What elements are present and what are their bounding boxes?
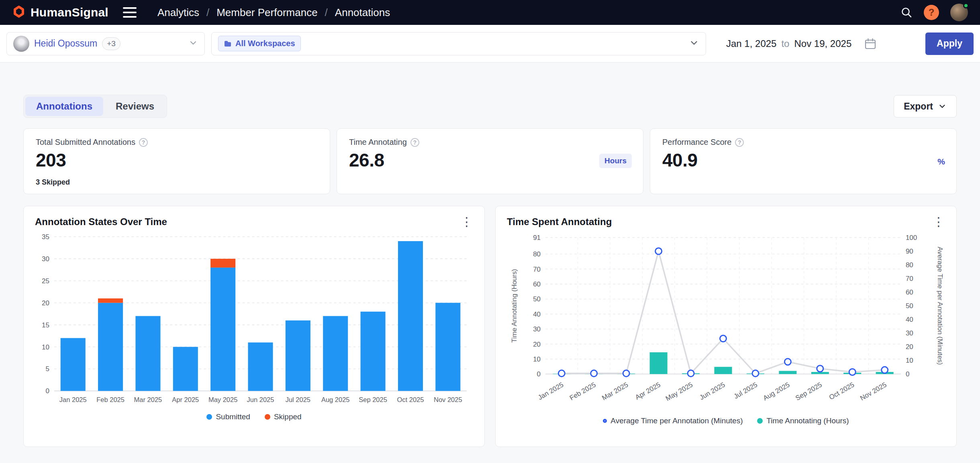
member-name: Heidi Opossum <box>34 38 97 49</box>
breadcrumb-separator: / <box>206 6 209 19</box>
legend-label: Time Annotating (Hours) <box>766 416 849 425</box>
svg-text:Oct 2025: Oct 2025 <box>397 396 424 403</box>
brand[interactable]: HumanSignal <box>12 5 108 20</box>
chart-card-time-spent: Time Spent Annotating ⋮ 0102030405060708… <box>495 206 957 447</box>
breadcrumb-analytics[interactable]: Analytics <box>157 6 199 19</box>
svg-text:Sep 2025: Sep 2025 <box>359 396 387 403</box>
legend-item[interactable]: Average Time per Annotation (Minutes) <box>603 416 743 425</box>
stat-title: Total Submitted Annotations <box>36 138 135 147</box>
chevron-down-icon <box>938 102 947 111</box>
tab-group: Annotations Reviews <box>23 95 167 118</box>
svg-text:100: 100 <box>906 234 917 242</box>
breadcrumb-member-performance[interactable]: Member Performance <box>216 6 317 19</box>
svg-text:Mar 2025: Mar 2025 <box>600 381 629 402</box>
tabs-row: Annotations Reviews Export <box>23 95 957 118</box>
svg-text:70: 70 <box>906 275 913 282</box>
workspace-select[interactable]: All Workspaces <box>211 32 706 55</box>
breadcrumb-separator: / <box>325 6 328 19</box>
svg-text:Feb 2025: Feb 2025 <box>96 396 125 403</box>
chart-legend: Average Time per Annotation (Minutes)Tim… <box>507 416 945 425</box>
apply-button[interactable]: Apply <box>925 32 974 55</box>
charts-row: Annotation States Over Time ⋮ 0510152025… <box>23 206 957 447</box>
svg-text:5: 5 <box>46 365 49 373</box>
user-avatar[interactable] <box>950 4 968 21</box>
topbar-actions: ? <box>900 4 968 21</box>
search-icon[interactable] <box>900 6 913 18</box>
page-content: Annotations Reviews Export Total Submitt… <box>0 95 980 447</box>
svg-text:60: 60 <box>533 280 541 288</box>
svg-text:20: 20 <box>533 341 541 348</box>
svg-text:Time Annotating (Hours): Time Annotating (Hours) <box>510 269 518 343</box>
workspace-chip-label: All Workspaces <box>235 39 295 48</box>
svg-text:Jan 2025: Jan 2025 <box>537 381 565 401</box>
svg-text:20: 20 <box>42 299 49 307</box>
legend-label: Average Time per Annotation (Minutes) <box>610 416 743 425</box>
svg-text:20: 20 <box>906 343 913 351</box>
svg-text:Mar 2025: Mar 2025 <box>134 396 162 403</box>
svg-text:35: 35 <box>42 233 49 241</box>
info-icon[interactable]: ? <box>410 138 419 147</box>
stat-value: 203 <box>36 149 318 171</box>
svg-text:Jun 2025: Jun 2025 <box>698 381 726 401</box>
top-navigation-bar: HumanSignal Analytics / Member Performan… <box>0 0 980 25</box>
svg-text:Nov 2025: Nov 2025 <box>859 381 888 402</box>
folder-icon <box>224 40 232 48</box>
svg-text:0: 0 <box>537 370 541 378</box>
svg-text:15: 15 <box>42 321 49 329</box>
export-button[interactable]: Export <box>894 95 957 118</box>
svg-text:40: 40 <box>906 316 913 323</box>
svg-text:Aug 2025: Aug 2025 <box>321 396 350 403</box>
legend-label: Submitted <box>216 412 250 421</box>
svg-text:May 2025: May 2025 <box>208 396 237 403</box>
help-icon[interactable]: ? <box>924 5 939 20</box>
legend-item[interactable]: Time Annotating (Hours) <box>757 416 849 425</box>
svg-text:80: 80 <box>906 261 913 269</box>
legend-dot-icon <box>757 418 763 424</box>
svg-text:Aug 2025: Aug 2025 <box>762 381 791 402</box>
tab-reviews[interactable]: Reviews <box>105 97 165 116</box>
info-icon[interactable]: ? <box>735 138 744 147</box>
menu-icon[interactable] <box>123 7 137 18</box>
svg-text:0: 0 <box>906 370 909 378</box>
tab-annotations[interactable]: Annotations <box>25 97 103 116</box>
svg-text:Average Time per Annotation (M: Average Time per Annotation (Minutes) <box>936 247 944 365</box>
time-spent-chart: 0102030405060708091010203040506070809010… <box>507 232 945 411</box>
stat-skipped-count: 3 Skipped <box>36 178 70 187</box>
chevron-down-icon <box>689 38 699 50</box>
svg-text:50: 50 <box>533 295 541 303</box>
svg-text:80: 80 <box>533 250 541 258</box>
stat-value: 26.8 <box>349 149 631 171</box>
kebab-menu-icon[interactable]: ⋮ <box>932 216 945 228</box>
svg-text:10: 10 <box>42 343 49 351</box>
svg-text:30: 30 <box>42 255 49 263</box>
unit-badge-hours: Hours <box>599 154 632 168</box>
svg-text:10: 10 <box>906 357 913 364</box>
stat-card-total-submitted: Total Submitted Annotations ? 203 3 Skip… <box>23 128 330 194</box>
member-avatar <box>13 36 29 52</box>
workspace-chip[interactable]: All Workspaces <box>218 36 301 51</box>
annotation-states-chart: 05101520253035Jan 2025Feb 2025Mar 2025Ap… <box>35 232 473 407</box>
stats-row: Total Submitted Annotations ? 203 3 Skip… <box>23 128 957 194</box>
date-range-picker[interactable]: Jan 1, 2025 to Nov 19, 2025 <box>726 37 877 51</box>
member-select[interactable]: Heidi Opossum +3 <box>6 32 205 55</box>
chevron-down-icon <box>188 38 198 49</box>
date-from: Jan 1, 2025 <box>726 38 776 49</box>
stat-title: Time Annotating <box>349 138 407 147</box>
info-icon[interactable]: ? <box>139 138 148 147</box>
svg-text:Jun 2025: Jun 2025 <box>247 396 274 403</box>
legend-item[interactable]: Skipped <box>265 412 302 421</box>
calendar-icon[interactable] <box>864 37 877 51</box>
date-to: Nov 19, 2025 <box>794 38 851 49</box>
svg-text:70: 70 <box>533 266 541 273</box>
kebab-menu-icon[interactable]: ⋮ <box>460 216 473 228</box>
date-joiner: to <box>781 38 789 49</box>
svg-text:25: 25 <box>42 277 49 285</box>
svg-text:Sep 2025: Sep 2025 <box>794 381 823 402</box>
breadcrumb: Analytics / Member Performance / Annotat… <box>157 6 390 19</box>
legend-dot-icon <box>265 414 270 420</box>
chart-title: Time Spent Annotating <box>507 216 612 227</box>
legend-item[interactable]: Submitted <box>206 412 250 421</box>
legend-label: Skipped <box>274 412 302 421</box>
chart-card-annotation-states: Annotation States Over Time ⋮ 0510152025… <box>23 206 485 447</box>
svg-text:Jul 2025: Jul 2025 <box>733 381 759 400</box>
